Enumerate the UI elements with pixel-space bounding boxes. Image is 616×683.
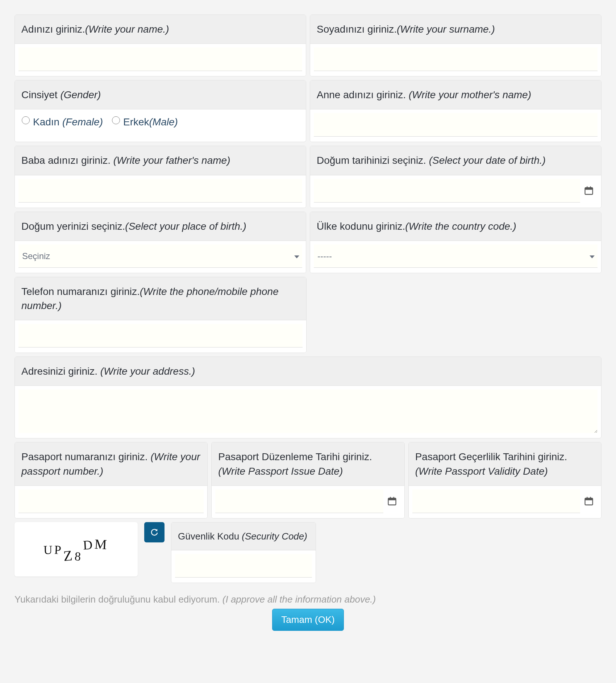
passport-issue-label-en: (Write Passport Issue Date) <box>218 466 343 477</box>
gender-male-tr: Erkek <box>123 116 149 128</box>
svg-rect-5 <box>388 498 396 500</box>
pob-field-group: Doğum yerinizi seçiniz.(Select your plac… <box>14 212 306 273</box>
svg-rect-1 <box>585 188 593 190</box>
address-field-group: Adresinizi giriniz. (Write your address.… <box>14 357 602 438</box>
dob-field-group: Doğum tarihinizi seçiniz. (Select your d… <box>310 146 602 208</box>
security-code-field-group: Güvenlik Kodu (Security Code) <box>171 522 316 583</box>
passport-valid-label: Pasaport Geçerlilik Tarihini giriniz. (W… <box>409 442 601 486</box>
country-field-group: Ülke kodunu giriniz.(Write the country c… <box>310 212 602 273</box>
gender-male-option[interactable]: Erkek(Male) <box>110 115 178 128</box>
gender-label: Cinsiyet (Gender) <box>15 80 306 109</box>
svg-rect-6 <box>390 497 391 499</box>
address-label-tr: Adresinizi giriniz. <box>21 366 100 377</box>
mother-label-en: (Write your mother's name) <box>409 89 531 100</box>
mother-label-tr: Anne adınızı giriniz. <box>317 89 409 100</box>
approve-statement: Yukarıdaki bilgilerin doğruluğunu kabul … <box>14 594 602 605</box>
phone-label: Telefon numaranızı giriniz.(Write the ph… <box>15 277 306 320</box>
surname-label-tr: Soyadınızı giriniz. <box>317 24 397 35</box>
passport-issue-input[interactable] <box>215 490 383 513</box>
svg-rect-3 <box>590 186 591 188</box>
captcha-char: Z <box>63 547 75 565</box>
security-code-label-tr: Güvenlik Kodu <box>178 531 242 542</box>
captcha-char: M <box>94 536 109 553</box>
passport-valid-field-group: Pasaport Geçerlilik Tarihini giriniz. (W… <box>408 442 602 518</box>
passport-valid-label-en: (Write Passport Validity Date) <box>415 466 548 477</box>
surname-label-en: (Write your surname.) <box>397 24 495 35</box>
mother-input[interactable] <box>314 113 598 137</box>
gender-field-group: Cinsiyet (Gender) Kadın (Female) Erkek(M… <box>14 80 306 142</box>
svg-rect-10 <box>587 497 587 499</box>
address-textarea[interactable] <box>18 390 598 433</box>
phone-input[interactable] <box>18 324 303 347</box>
submit-button[interactable]: Tamam (OK) <box>272 609 344 631</box>
phone-label-tr: Telefon numaranızı giriniz. <box>21 286 140 297</box>
empty-cell <box>310 277 602 353</box>
captcha-char: U <box>43 543 54 557</box>
gender-female-radio[interactable] <box>22 116 30 124</box>
father-label: Baba adınızı giriniz. (Write your father… <box>15 146 306 175</box>
passport-issue-label-tr: Pasaport Düzenleme Tarihi giriniz. <box>218 451 372 462</box>
gender-male-en: (Male) <box>149 116 178 128</box>
name-label-tr: Adınızı giriniz. <box>21 24 85 35</box>
passport-issue-label: Pasaport Düzenleme Tarihi giriniz. (Writ… <box>212 442 404 486</box>
gender-label-tr: Cinsiyet <box>21 89 60 100</box>
father-label-tr: Baba adınızı giriniz. <box>21 155 113 166</box>
approve-tr: Yukarıdaki bilgilerin doğruluğunu kabul … <box>14 594 222 605</box>
passport-no-label-tr: Pasaport numaranızı giriniz. <box>21 451 150 462</box>
gender-female-option[interactable]: Kadın (Female) <box>20 115 103 128</box>
dob-label: Doğum tarihinizi seçiniz. (Select your d… <box>310 146 601 175</box>
svg-rect-11 <box>590 497 591 499</box>
calendar-icon[interactable] <box>584 186 594 196</box>
name-field-group: Adınızı giriniz.(Write your name.) <box>14 14 306 76</box>
gender-female-en: (Female) <box>62 116 103 128</box>
country-label: Ülke kodunu giriniz.(Write the country c… <box>310 212 601 241</box>
surname-input[interactable] <box>314 47 598 71</box>
father-input[interactable] <box>18 179 302 203</box>
country-select[interactable]: ----- <box>314 245 598 268</box>
pob-label: Doğum yerinizi seçiniz.(Select your plac… <box>15 212 306 241</box>
name-label: Adınızı giriniz.(Write your name.) <box>15 15 306 44</box>
pob-label-en: (Select your place of birth.) <box>125 221 246 232</box>
passport-valid-input[interactable] <box>412 490 580 513</box>
svg-rect-7 <box>393 497 394 499</box>
gender-female-tr: Kadın <box>33 116 62 128</box>
mother-label: Anne adınızı giriniz. (Write your mother… <box>310 80 601 109</box>
captcha-char: D <box>82 537 95 553</box>
surname-field-group: Soyadınızı giriniz.(Write your surname.) <box>310 14 602 76</box>
father-field-group: Baba adınızı giriniz. (Write your father… <box>14 146 306 208</box>
phone-field-group: Telefon numaranızı giriniz.(Write the ph… <box>14 277 307 353</box>
security-code-label-en: (Security Code) <box>242 531 307 542</box>
passport-valid-label-tr: Pasaport Geçerlilik Tarihini giriniz. <box>415 451 567 462</box>
dob-label-tr: Doğum tarihinizi seçiniz. <box>317 155 429 166</box>
calendar-icon[interactable] <box>387 496 397 506</box>
security-code-input[interactable] <box>175 554 312 578</box>
pob-label-tr: Doğum yerinizi seçiniz. <box>21 221 125 232</box>
passport-no-input[interactable] <box>18 490 204 513</box>
svg-rect-9 <box>585 498 592 500</box>
gender-male-radio[interactable] <box>112 116 120 124</box>
passport-no-field-group: Pasaport numaranızı giriniz. (Write your… <box>14 442 208 518</box>
country-label-en: (Write the country code.) <box>405 221 516 232</box>
captcha-image: U P Z 8 D M <box>14 522 138 576</box>
passport-issue-field-group: Pasaport Düzenleme Tarihi giriniz. (Writ… <box>211 442 404 518</box>
country-label-tr: Ülke kodunu giriniz. <box>317 221 405 232</box>
captcha-char: 8 <box>74 549 83 564</box>
security-code-label: Güvenlik Kodu (Security Code) <box>171 522 316 550</box>
calendar-icon[interactable] <box>584 496 594 506</box>
captcha-char: P <box>54 543 64 557</box>
svg-rect-2 <box>587 186 587 188</box>
dob-label-en: (Select your date of birth.) <box>429 155 546 166</box>
surname-label: Soyadınızı giriniz.(Write your surname.) <box>310 15 601 44</box>
pob-select[interactable]: Seçiniz <box>18 245 302 268</box>
approve-en: (I approve all the information above.) <box>222 594 376 605</box>
name-label-en: (Write your name.) <box>85 24 169 35</box>
passport-no-label: Pasaport numaranızı giriniz. (Write your… <box>15 442 207 486</box>
address-label: Adresinizi giriniz. (Write your address.… <box>15 357 601 386</box>
name-input[interactable] <box>18 47 302 71</box>
mother-field-group: Anne adınızı giriniz. (Write your mother… <box>310 80 602 142</box>
captcha-refresh-button[interactable] <box>144 522 165 542</box>
refresh-icon <box>149 527 159 537</box>
dob-input[interactable] <box>314 179 580 203</box>
gender-label-en: (Gender) <box>60 89 101 100</box>
father-label-en: (Write your father's name) <box>113 155 230 166</box>
